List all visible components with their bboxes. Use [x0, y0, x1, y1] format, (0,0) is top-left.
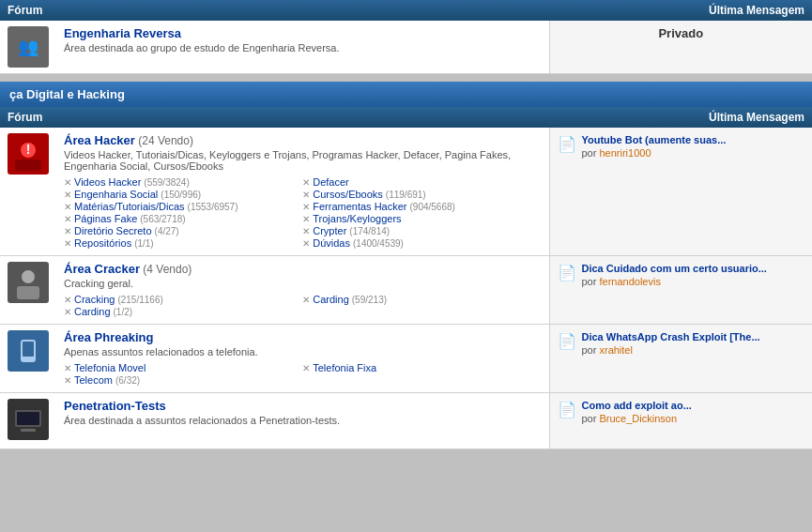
- subforum-link[interactable]: Crypter: [313, 225, 346, 236]
- penetration-tests-msg-title[interactable]: Como add exploit ao...: [582, 400, 692, 411]
- subforum-link[interactable]: Matérias/Tutoriais/Dicas: [74, 201, 185, 212]
- subforum-x-icon: ✕: [64, 190, 71, 200]
- forum-row-area-phreaking: Área PhreakingApenas assuntos relacionad…: [0, 325, 812, 393]
- subforum-x-icon: ✕: [64, 177, 71, 188]
- eng-reversa-content: Engenharia Reversa Área destinada ao gru…: [56, 21, 549, 74]
- area-phreaking-last-msg-content: 📄 Dica WhatsApp Crash Exploit [The... po…: [558, 330, 805, 357]
- subforum-x-icon: ✕: [64, 295, 71, 305]
- ultima-mensagem-header: Última Mensagem: [709, 111, 804, 124]
- subforum-link[interactable]: Telefonia Fixa: [313, 362, 376, 373]
- subforum-x-icon: ✕: [302, 177, 310, 188]
- subforum-item: ✕Telefonia Movel: [64, 362, 302, 373]
- msg-doc-icon: 📄: [558, 332, 576, 350]
- subforum-item: ✕Engenharia Social(150/996): [64, 189, 302, 200]
- svg-rect-3: [15, 160, 41, 171]
- forum-row-penetration-tests: Penetration-TestsÁrea destinada a assunt…: [0, 393, 812, 449]
- subforum-x-icon: ✕: [64, 238, 71, 249]
- eng-reversa-privado: Privado: [558, 26, 805, 40]
- area-phreaking-icon: [8, 330, 49, 372]
- penetration-tests-last-msg-content: 📄 Como add exploit ao... por Bruce_Dicki…: [558, 399, 805, 425]
- top-forum-header: Fórum Última Mensagem: [0, 0, 812, 21]
- top-ultima-mensagem-label: Última Mensagem: [709, 4, 804, 17]
- area-hacker-msg-title[interactable]: Youtube Bot (aumente suas...: [582, 134, 727, 145]
- area-phreaking-desc: Apenas assuntos relacionados a telefonia…: [64, 346, 542, 357]
- subforum-link[interactable]: Trojans/Keyloggers: [313, 213, 401, 224]
- subforum-link[interactable]: Cracking: [74, 294, 115, 305]
- area-hacker-subforums: ✕Videos Hacker(559/3824)✕Engenharia Soci…: [64, 175, 542, 250]
- subforum-item: ✕Telefonia Fixa: [302, 362, 541, 373]
- subforum-link[interactable]: Cursos/Ebooks: [313, 189, 383, 200]
- eng-reversa-desc: Área destinada ao grupo de estudo de Eng…: [64, 42, 542, 53]
- area-hacker-last-msg-content: 📄 Youtube Bot (aumente suas... por henri…: [558, 133, 805, 160]
- subforum-x-icon: ✕: [302, 190, 310, 200]
- area-cracker-title[interactable]: Área Cracker: [64, 262, 140, 276]
- subforum-count: (174/814): [349, 226, 390, 236]
- area-cracker-last-msg-cell: 📄 Dica Cuidado com um certo usuario... p…: [549, 256, 812, 325]
- eng-reversa-last-msg: Privado: [549, 21, 812, 74]
- subforum-link[interactable]: Engenharia Social: [74, 189, 158, 200]
- penetration-tests-content: Penetration-TestsÁrea destinada a assunt…: [56, 393, 549, 449]
- subforum-count: (215/1166): [117, 295, 162, 305]
- subforum-link[interactable]: Videos Hacker: [74, 176, 141, 188]
- area-hacker-content: Área Hacker (24 Vendo)Videos Hacker, Tut…: [56, 128, 549, 256]
- subforum-item: ✕Diretório Secreto(4/27): [64, 225, 302, 236]
- subforum-x-icon: ✕: [302, 202, 310, 212]
- area-cracker-content: Área Cracker (4 Vendo)Cracking geral.✕Cr…: [56, 256, 549, 325]
- subforum-link[interactable]: Telefonia Movel: [74, 362, 146, 373]
- area-phreaking-msg-user[interactable]: xrahitel: [599, 344, 632, 356]
- penetration-tests-title[interactable]: Penetration-Tests: [64, 399, 166, 413]
- area-phreaking-msg-by: por xrahitel: [582, 344, 633, 356]
- svg-rect-14: [21, 429, 36, 432]
- area-hacker-last-msg-cell: 📄 Youtube Bot (aumente suas... por henri…: [549, 128, 812, 256]
- eng-reversa-title[interactable]: Engenharia Reversa: [64, 26, 181, 40]
- area-hacker-msg-info: Youtube Bot (aumente suas... por henriri…: [582, 133, 727, 160]
- subforum-link[interactable]: Carding: [74, 306, 111, 317]
- eng-reversa-row: 👥 Engenharia Reversa Área destinada ao g…: [0, 21, 812, 74]
- subforum-link[interactable]: Diretório Secreto: [74, 225, 152, 236]
- subforum-count: (1553/6957): [188, 202, 238, 212]
- area-cracker-last-msg-content: 📄 Dica Cuidado com um certo usuario... p…: [558, 262, 805, 288]
- msg-doc-icon: 📄: [558, 264, 576, 281]
- subforum-x-icon: ✕: [64, 202, 71, 212]
- subforum-item: ✕Cursos/Ebooks(119/691): [302, 189, 541, 200]
- subforum-link[interactable]: Ferramentas Hacker: [313, 201, 406, 212]
- subforum-link[interactable]: Repositórios: [74, 237, 131, 249]
- area-cracker-icon-cell: [0, 256, 56, 325]
- subforum-item: ✕Matérias/Tutoriais/Dicas(1553/6957): [64, 201, 302, 212]
- area-phreaking-msg-title[interactable]: Dica WhatsApp Crash Exploit [The...: [582, 331, 760, 342]
- top-forum-label: Fórum: [8, 4, 42, 17]
- subforum-x-icon: ✕: [64, 363, 71, 373]
- section-label: ça Digital e Hacking: [9, 87, 125, 101]
- area-cracker-msg-title[interactable]: Dica Cuidado com um certo usuario...: [582, 263, 767, 274]
- subforum-link[interactable]: Telecom: [74, 374, 113, 386]
- penetration-tests-msg-user[interactable]: Bruce_Dickinson: [599, 413, 677, 424]
- subforum-item: ✕Telecom(6/32): [64, 374, 302, 386]
- area-hacker-title[interactable]: Área Hacker: [64, 133, 135, 147]
- svg-rect-9: [23, 342, 34, 357]
- subforum-link[interactable]: Carding: [313, 294, 349, 305]
- subforum-item: ✕Cracking(215/1166): [64, 294, 302, 305]
- penetration-tests-icon: [8, 399, 49, 440]
- svg-point-5: [22, 270, 35, 283]
- subforum-x-icon: ✕: [64, 307, 71, 317]
- area-phreaking-title[interactable]: Área Phreaking: [64, 330, 153, 344]
- penetration-tests-msg-info: Como add exploit ao... por Bruce_Dickins…: [582, 399, 692, 425]
- forum-row-area-cracker: Área Cracker (4 Vendo)Cracking geral.✕Cr…: [0, 256, 812, 325]
- subforum-link[interactable]: Defacer: [313, 176, 349, 188]
- area-hacker-msg-by: por henriri1000: [582, 147, 651, 159]
- area-cracker-subforums: ✕Cracking(215/1166)✕Carding(1/2)✕Carding…: [64, 293, 542, 318]
- subforum-item: ✕Crypter(174/814): [302, 225, 541, 236]
- area-phreaking-msg-info: Dica WhatsApp Crash Exploit [The... por …: [582, 330, 760, 357]
- subforum-count: (119/691): [386, 190, 426, 200]
- subforum-link[interactable]: Páginas Fake: [74, 213, 137, 224]
- subforum-x-icon: ✕: [302, 226, 310, 236]
- area-hacker-vendo: (24 Vendo): [138, 134, 193, 147]
- section-digital-hacking: ça Digital e Hacking: [0, 82, 812, 107]
- area-hacker-msg-user[interactable]: henriri1000: [599, 147, 651, 159]
- subforum-x-icon: ✕: [64, 375, 71, 386]
- svg-rect-6: [17, 286, 39, 299]
- subforum-item: ✕Dúvidas(1400/4539): [302, 237, 541, 249]
- svg-text:!: !: [26, 142, 31, 157]
- subforum-link[interactable]: Dúvidas: [313, 237, 350, 249]
- area-cracker-msg-user[interactable]: fernandolevis: [599, 276, 660, 287]
